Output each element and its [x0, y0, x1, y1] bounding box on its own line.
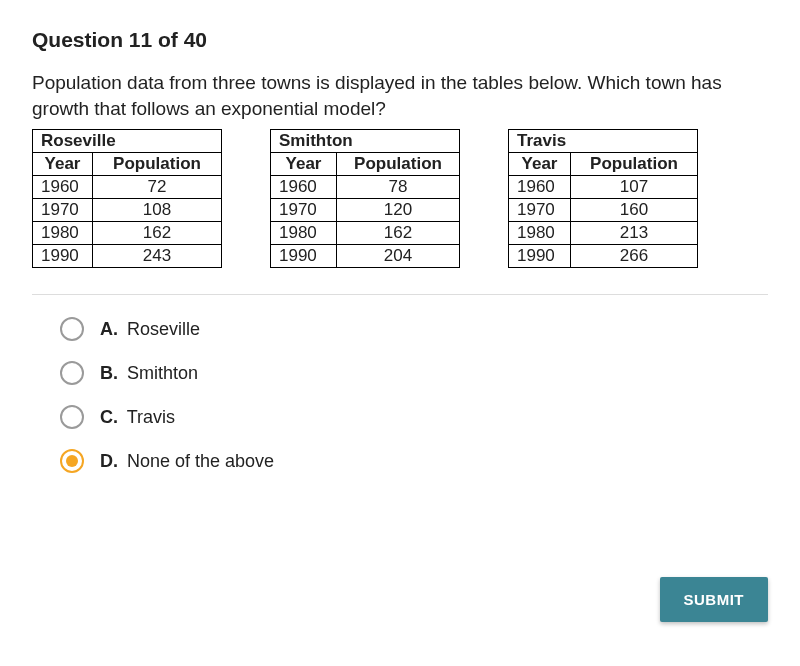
option-label: D. None of the above [100, 451, 274, 472]
table-row: 1980213 [509, 222, 698, 245]
year-cell: 1960 [33, 176, 93, 199]
population-cell: 72 [93, 176, 222, 199]
option-a[interactable]: A. Roseville [60, 317, 768, 341]
answer-options: A. Roseville B. Smithton C. Travis D. No… [32, 317, 768, 473]
table-row: 196078 [271, 176, 460, 199]
year-cell: 1970 [271, 199, 337, 222]
option-d[interactable]: D. None of the above [60, 449, 768, 473]
town-name: Roseville [33, 130, 222, 153]
radio-icon [60, 317, 84, 341]
table-roseville: Roseville Year Population 196072 1970108… [32, 129, 222, 268]
table-row: 1980162 [33, 222, 222, 245]
radio-icon [60, 361, 84, 385]
population-cell: 108 [93, 199, 222, 222]
year-cell: 1970 [509, 199, 571, 222]
table-row: 1990266 [509, 245, 698, 268]
option-letter: C. [100, 407, 118, 427]
option-label: C. Travis [100, 407, 175, 428]
submit-button[interactable]: SUBMIT [660, 577, 769, 622]
table-row: 1970108 [33, 199, 222, 222]
year-cell: 1990 [271, 245, 337, 268]
year-cell: 1960 [271, 176, 337, 199]
population-cell: 243 [93, 245, 222, 268]
table-row: 1980162 [271, 222, 460, 245]
option-c[interactable]: C. Travis [60, 405, 768, 429]
option-letter: D. [100, 451, 118, 471]
population-cell: 120 [337, 199, 460, 222]
year-cell: 1990 [509, 245, 571, 268]
option-letter: B. [100, 363, 118, 383]
column-header-population: Population [571, 153, 698, 176]
population-cell: 266 [571, 245, 698, 268]
population-cell: 160 [571, 199, 698, 222]
year-cell: 1980 [509, 222, 571, 245]
population-cell: 213 [571, 222, 698, 245]
town-name: Smithton [271, 130, 460, 153]
question-title: Question 11 of 40 [32, 28, 768, 52]
radio-icon [60, 449, 84, 473]
column-header-population: Population [337, 153, 460, 176]
column-header-year: Year [33, 153, 93, 176]
question-prompt: Population data from three towns is disp… [32, 70, 768, 121]
table-row: 1990243 [33, 245, 222, 268]
option-text: None of the above [127, 451, 274, 471]
table-row: 1990204 [271, 245, 460, 268]
population-cell: 107 [571, 176, 698, 199]
table-smithton: Smithton Year Population 196078 1970120 … [270, 129, 460, 268]
year-cell: 1960 [509, 176, 571, 199]
option-text: Smithton [127, 363, 198, 383]
town-name: Travis [509, 130, 698, 153]
table-row: 1970160 [509, 199, 698, 222]
table-row: 1960107 [509, 176, 698, 199]
option-letter: A. [100, 319, 118, 339]
year-cell: 1980 [271, 222, 337, 245]
column-header-population: Population [93, 153, 222, 176]
population-cell: 162 [337, 222, 460, 245]
year-cell: 1970 [33, 199, 93, 222]
population-cell: 162 [93, 222, 222, 245]
table-travis: Travis Year Population 1960107 1970160 1… [508, 129, 698, 268]
tables-row: Roseville Year Population 196072 1970108… [32, 129, 768, 268]
year-cell: 1990 [33, 245, 93, 268]
radio-icon [60, 405, 84, 429]
table-row: 1970120 [271, 199, 460, 222]
column-header-year: Year [271, 153, 337, 176]
population-cell: 204 [337, 245, 460, 268]
population-cell: 78 [337, 176, 460, 199]
option-b[interactable]: B. Smithton [60, 361, 768, 385]
column-header-year: Year [509, 153, 571, 176]
option-text: Travis [127, 407, 175, 427]
table-row: 196072 [33, 176, 222, 199]
year-cell: 1980 [33, 222, 93, 245]
option-label: B. Smithton [100, 363, 198, 384]
option-text: Roseville [127, 319, 200, 339]
option-label: A. Roseville [100, 319, 200, 340]
divider [32, 294, 768, 295]
